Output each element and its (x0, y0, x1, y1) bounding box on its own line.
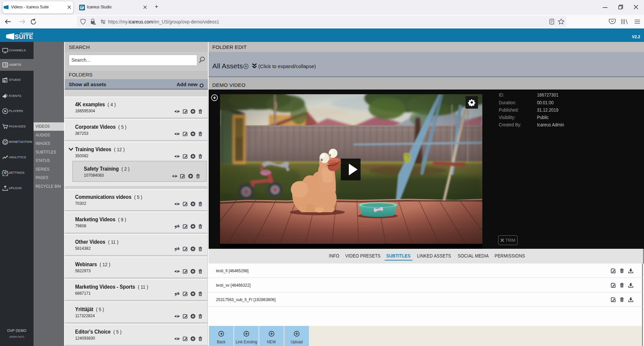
svg-text:SUITE: SUITE (15, 34, 33, 40)
